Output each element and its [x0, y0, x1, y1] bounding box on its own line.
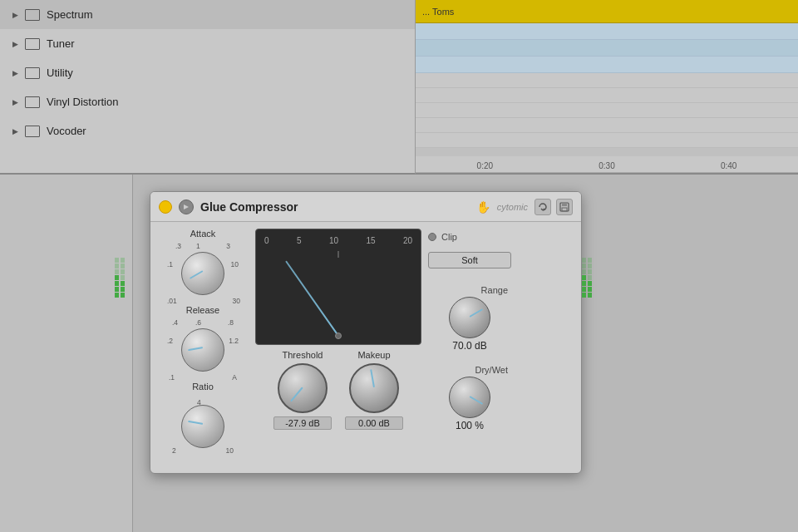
vu-center-tick: [338, 251, 339, 258]
vu-bar-r11: [588, 275, 592, 280]
vu-bar: [115, 269, 119, 274]
plugin-body: Attack .3 1 3 .1 10 .01 30: [150, 222, 581, 474]
attack-scale-.1: .1: [167, 260, 173, 268]
bottom-area: Glue Compressor ✋ cytomic: [0, 175, 798, 532]
drywet-knob[interactable]: [449, 377, 490, 418]
vu-bar-r13: [588, 264, 592, 268]
vu-bar-r10: [588, 281, 592, 286]
vu-bar: [121, 264, 125, 268]
ratio-scale-2: 2: [172, 446, 176, 455]
drywet-knob-indicator: [470, 396, 484, 405]
list-item-tuner[interactable]: ▶ Tuner: [0, 29, 415, 58]
folder-icon-utility: [25, 67, 40, 79]
makeup-knob[interactable]: [349, 363, 399, 413]
drywet-label: Dry/Wet: [475, 365, 508, 375]
list-item-utility[interactable]: ▶ Utility: [0, 58, 415, 87]
range-value: 70.0 dB: [452, 340, 486, 352]
release-knob-indicator: [188, 347, 203, 351]
release-knob[interactable]: [181, 328, 224, 372]
vu-bar-r12: [588, 269, 592, 274]
clip-label: Clip: [441, 232, 457, 242]
vu-bar-r6: [582, 264, 586, 268]
expand-arrow-utility: ▶: [10, 68, 20, 78]
ratio-section: Ratio 4 2 10: [157, 382, 249, 460]
vu-meter-right: [582, 258, 592, 298]
attack-knob-indicator: [190, 270, 204, 279]
release-scale-.1: .1: [169, 373, 175, 382]
power-button[interactable]: [159, 200, 172, 214]
release-section: Release .4 .6 .8 .2 1.2 .1 A: [157, 305, 249, 383]
vu-display: 0 5 10 15 20: [255, 229, 421, 345]
range-knob[interactable]: [449, 297, 490, 338]
folder-icon-tuner: [25, 38, 40, 50]
track-row-empty-1: [416, 73, 798, 88]
collapse-button[interactable]: [179, 200, 194, 214]
list-item-vinyl-distortion[interactable]: ▶ Vinyl Distortion: [0, 87, 415, 116]
titlebar-icons: [534, 199, 573, 215]
vu-bar: [115, 293, 119, 298]
attack-scale-3: 3: [226, 242, 230, 250]
range-label: Range: [481, 285, 508, 295]
attack-scale-.01: .01: [167, 297, 177, 305]
track-row-empty-2: [416, 88, 798, 103]
item-label-vocoder: Vocoder: [47, 125, 86, 137]
plugin-window-glue-compressor: Glue Compressor ✋ cytomic: [150, 191, 582, 474]
release-scale-1.2: 1.2: [229, 337, 239, 345]
vu-scale-15: 15: [366, 236, 375, 245]
item-label-utility: Utility: [47, 66, 73, 79]
svg-rect-2: [562, 203, 567, 206]
item-label-vinyl: Vinyl Distortion: [47, 96, 118, 108]
item-label-spectrum: Spectrum: [47, 8, 93, 21]
folder-icon-vinyl: [25, 96, 40, 108]
meter-section: 0 5 10 15 20 Threshold: [255, 229, 421, 468]
folder-icon-vocoder: [25, 126, 40, 137]
clip-indicator: [428, 233, 436, 241]
attack-scale-10: 10: [231, 260, 239, 268]
soft-button[interactable]: Soft: [428, 252, 511, 268]
item-label-tuner: Tuner: [47, 37, 74, 50]
release-scale-A: A: [232, 373, 237, 382]
track-row-2: [416, 40, 798, 57]
vu-bar: [121, 281, 125, 286]
makeup-label: Makeup: [357, 350, 390, 360]
threshold-knob[interactable]: [278, 363, 328, 413]
vu-bar: [121, 275, 125, 280]
list-item-spectrum[interactable]: ▶ Spectrum: [0, 0, 415, 29]
vu-bar-r14: [588, 258, 592, 263]
save-button[interactable]: [556, 199, 573, 215]
timeline-ruler: 0:20 0:30 0:40: [416, 156, 798, 173]
ruler-mark-020: 0:20: [477, 161, 493, 170]
right-column: Clip Soft Range 70.0 dB Dry/Wet 100 %: [428, 229, 511, 468]
ratio-knob[interactable]: [181, 405, 224, 448]
attack-knob[interactable]: [181, 252, 224, 295]
ratio-knob-indicator: [188, 421, 203, 425]
clip-row: Clip: [428, 232, 511, 242]
expand-arrow-vinyl: ▶: [10, 97, 20, 107]
vu-bar: [121, 258, 125, 263]
ruler-marks: 0:20 0:30 0:40: [416, 161, 798, 170]
vu-bar: [121, 269, 125, 274]
attack-label: Attack: [190, 229, 216, 239]
list-item-vocoder[interactable]: ▶ Vocoder: [0, 116, 415, 145]
range-knob-indicator: [470, 308, 484, 318]
threshold-value[interactable]: -27.9 dB: [273, 416, 332, 430]
threshold-group: Threshold -27.9 dB: [273, 350, 332, 430]
save-icon: [559, 202, 569, 212]
ruler-mark-030: 0:30: [598, 161, 614, 170]
vu-scale-20: 20: [403, 236, 412, 245]
makeup-value[interactable]: 0.00 dB: [345, 416, 403, 430]
hand-icon[interactable]: ✋: [476, 200, 490, 214]
refresh-button[interactable]: [534, 199, 551, 215]
vu-bar-r4: [582, 275, 586, 280]
vu-bar-r8: [588, 293, 592, 298]
track-row-empty-5: [416, 133, 798, 148]
track-name-toms: ... Toms: [422, 7, 454, 17]
drywet-section: Dry/Wet 100 %: [428, 365, 511, 431]
makeup-knob-indicator: [370, 369, 375, 387]
drywet-value: 100 %: [456, 420, 484, 431]
vendor-label: cytomic: [497, 202, 528, 212]
vu-needle: [285, 260, 339, 336]
folder-icon-spectrum: [25, 9, 40, 21]
ratio-knob-area: 4 2 10: [165, 393, 240, 460]
svg-marker-0: [184, 204, 189, 209]
